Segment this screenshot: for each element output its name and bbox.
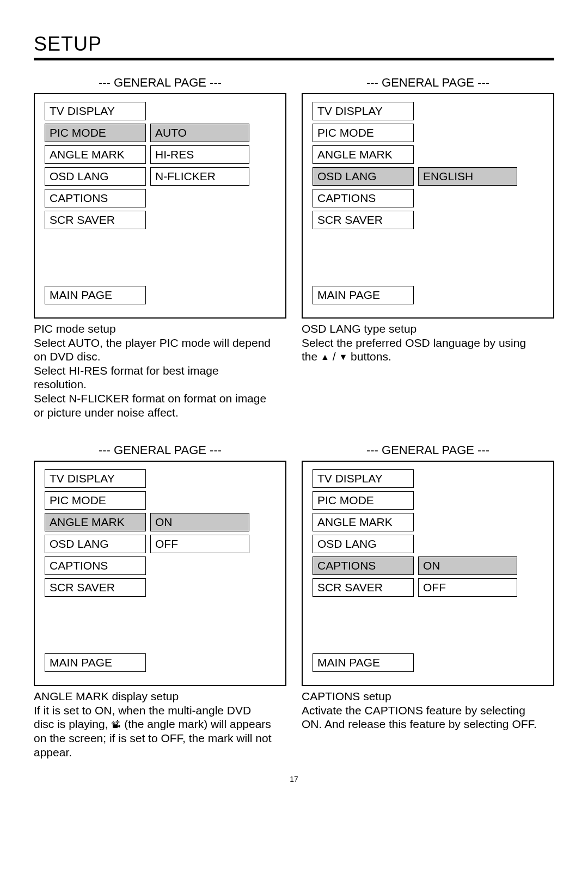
caption-body-post: buttons.: [347, 350, 391, 363]
menu-item[interactable]: SCR SAVER: [313, 211, 414, 229]
title-rule: [34, 58, 554, 60]
menu-item[interactable]: ANGLE MARK: [45, 513, 146, 531]
main-page-button[interactable]: MAIN PAGE: [45, 286, 146, 304]
panel-title: --- GENERAL PAGE ---: [302, 76, 554, 90]
panel-osd-lang: --- GENERAL PAGE --- TV DISPLAY PIC MODE…: [302, 76, 554, 419]
menu-item[interactable]: OSD LANG: [45, 535, 146, 553]
panel-pic-mode: --- GENERAL PAGE --- TV DISPLAY PIC MODE…: [34, 76, 286, 419]
panel-captions: --- GENERAL PAGE --- TV DISPLAY PIC MODE…: [302, 443, 554, 759]
menu-box: TV DISPLAY PIC MODE AUTO ANGLE MARK HI-R…: [34, 93, 286, 319]
down-triangle-icon: ▼: [339, 352, 347, 363]
menu-item[interactable]: TV DISPLAY: [313, 102, 414, 120]
up-triangle-icon: ▲: [321, 352, 329, 363]
main-page-button[interactable]: MAIN PAGE: [313, 653, 414, 672]
main-page-button[interactable]: MAIN PAGE: [45, 653, 146, 672]
panel-angle-mark: --- GENERAL PAGE --- TV DISPLAY PIC MODE…: [34, 443, 286, 759]
menu-item[interactable]: OSD LANG: [45, 167, 146, 186]
menu-option[interactable]: ON: [150, 513, 249, 531]
panels-grid: --- GENERAL PAGE --- TV DISPLAY PIC MODE…: [34, 76, 554, 760]
menu-item[interactable]: ANGLE MARK: [313, 513, 414, 531]
panel-title: --- GENERAL PAGE ---: [34, 443, 286, 457]
menu-option[interactable]: HI-RES: [150, 145, 249, 164]
menu-item[interactable]: PIC MODE: [45, 124, 146, 142]
menu-item[interactable]: ANGLE MARK: [313, 145, 414, 164]
menu-box: TV DISPLAY PIC MODE ANGLE MARK OSD LANG …: [302, 461, 554, 686]
caption-heading: CAPTIONS setup: [302, 690, 391, 702]
panel-caption: CAPTIONS setup Activate the CAPTIONS fea…: [302, 689, 541, 731]
panel-caption: ANGLE MARK display setup If it is set to…: [34, 689, 273, 759]
menu-option[interactable]: OFF: [150, 535, 249, 553]
menu-box: TV DISPLAY PIC MODE ANGLE MARK ON OSD LA…: [34, 461, 286, 686]
panel-title: --- GENERAL PAGE ---: [302, 443, 554, 457]
menu-item[interactable]: CAPTIONS: [313, 189, 414, 207]
panel-caption: PIC mode setup Select AUTO, the player P…: [34, 322, 273, 419]
menu-option[interactable]: OFF: [418, 578, 517, 597]
menu-option[interactable]: ENGLISH: [418, 167, 517, 186]
menu-item[interactable]: SCR SAVER: [45, 211, 146, 229]
menu-item[interactable]: OSD LANG: [313, 535, 414, 553]
menu-item[interactable]: PIC MODE: [313, 124, 414, 142]
menu-box: TV DISPLAY PIC MODE ANGLE MARK OSD LANG …: [302, 93, 554, 319]
main-page-button[interactable]: MAIN PAGE: [313, 286, 414, 304]
menu-item[interactable]: PIC MODE: [313, 491, 414, 510]
caption-body: Select AUTO, the player PIC mode will de…: [34, 337, 271, 419]
menu-item[interactable]: ANGLE MARK: [45, 145, 146, 164]
caption-body: Activate the CAPTIONS feature by selecti…: [302, 704, 537, 731]
menu-option[interactable]: AUTO: [150, 124, 249, 142]
caption-heading: PIC mode setup: [34, 322, 116, 335]
panel-caption: OSD LANG type setup Select the preferred…: [302, 322, 541, 364]
menu-option[interactable]: ON: [418, 556, 517, 575]
menu-item[interactable]: CAPTIONS: [45, 556, 146, 575]
page-title: SETUP: [34, 33, 554, 56]
panel-title: --- GENERAL PAGE ---: [34, 76, 286, 90]
menu-option[interactable]: N-FLICKER: [150, 167, 249, 186]
menu-item[interactable]: TV DISPLAY: [313, 469, 414, 488]
angle-mark-icon: 📽: [111, 719, 121, 731]
caption-body-pre: Select the preferred OSD language by usi…: [302, 337, 526, 363]
caption-heading: ANGLE MARK display setup: [34, 690, 179, 702]
menu-item[interactable]: SCR SAVER: [45, 578, 146, 597]
menu-item[interactable]: CAPTIONS: [45, 189, 146, 207]
caption-heading: OSD LANG type setup: [302, 322, 416, 335]
page-number: 17: [34, 775, 554, 784]
menu-item[interactable]: PIC MODE: [45, 491, 146, 510]
menu-item[interactable]: TV DISPLAY: [45, 102, 146, 120]
menu-item[interactable]: SCR SAVER: [313, 578, 414, 597]
menu-item[interactable]: CAPTIONS: [313, 556, 414, 575]
menu-item[interactable]: OSD LANG: [313, 167, 414, 186]
menu-item[interactable]: TV DISPLAY: [45, 469, 146, 488]
